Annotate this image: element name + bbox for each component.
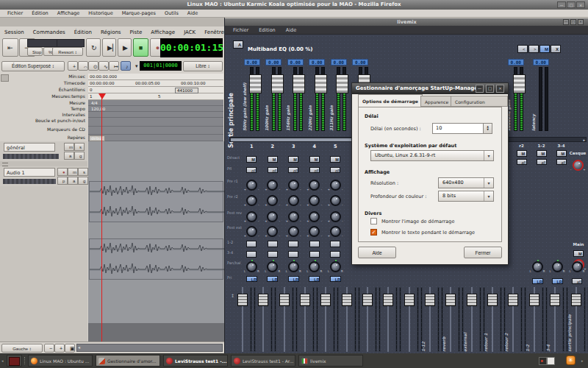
task-button[interactable]: LeviStrauss test1 -... — [163, 355, 228, 367]
eq-slider[interactable] — [293, 67, 304, 131]
task-button[interactable]: livemix — [298, 355, 363, 367]
show-boot-image-checkbox[interactable] — [370, 218, 377, 224]
lr-assign-button[interactable]: LR — [288, 276, 299, 282]
send-knob[interactable]: +– — [267, 226, 278, 237]
latency-value-box[interactable]: 0.00 — [533, 59, 549, 66]
group-afl-button[interactable]: afl — [537, 159, 547, 165]
send-knob[interactable]: +– — [246, 195, 257, 206]
tab-advanced[interactable]: Configuration avancée — [451, 96, 508, 107]
horizontal-scrollbar[interactable]: ◂ — [76, 344, 223, 352]
workspace-2-cell[interactable] — [547, 357, 555, 365]
firefox-menu-item[interactable]: Marque-pages — [118, 10, 160, 16]
firefox-menu-item[interactable]: Fichier — [3, 10, 27, 16]
eq-slider-handle[interactable] — [315, 74, 327, 93]
eq-value-box[interactable]: 0.00 — [508, 59, 524, 66]
play-button[interactable]: ▶ — [118, 38, 132, 57]
close-icon[interactable]: × — [496, 85, 504, 93]
ruler-strip-markers[interactable]: début — [88, 135, 223, 141]
eq-slider[interactable] — [514, 67, 525, 131]
edit-canvas[interactable] — [88, 141, 224, 342]
snap-mode-combo[interactable]: Libre ↕ — [183, 61, 223, 71]
main-mute-button[interactable]: M — [573, 250, 584, 257]
panel-collapse-icon[interactable]: ◂ — [1, 358, 4, 363]
ruler-strip-loop-punch[interactable] — [88, 118, 223, 127]
resolution-combo[interactable]: 640x480 ▾ — [438, 177, 494, 188]
send-knob[interactable]: +– — [288, 195, 299, 206]
nav-x-button[interactable]: X — [551, 45, 561, 53]
fader-handle[interactable] — [258, 294, 268, 306]
ruler-strip-bars[interactable]: 1 5 — [88, 93, 223, 100]
firefox-titlebar[interactable]: Linux MAO : Ubuntu Karmic Koala optimisé… — [0, 0, 588, 10]
eq-slider-handle[interactable] — [513, 74, 526, 93]
send-knob[interactable]: +– — [309, 180, 320, 191]
play-range-button[interactable]: ▶▏ — [102, 38, 116, 57]
nav-m-button[interactable]: M — [539, 45, 550, 53]
fader-handle[interactable] — [362, 294, 373, 306]
minimize-icon[interactable]: — — [476, 85, 484, 93]
send-knob[interactable]: +– — [330, 211, 341, 222]
channel-pfl-button[interactable]: pfl — [309, 167, 320, 173]
tab-appearance[interactable]: Apparence — [420, 96, 453, 107]
fader-handle[interactable] — [342, 294, 352, 306]
stretch-tool-icon[interactable]: ↦ — [109, 61, 119, 71]
pan-knob[interactable]: LR — [552, 261, 563, 272]
bus-a-button[interactable]: a — [64, 152, 74, 160]
nav-prev-button[interactable]: < — [517, 45, 528, 53]
workspace-1-cell[interactable] — [539, 357, 547, 365]
fader-handle[interactable] — [279, 294, 290, 306]
shuttle-display[interactable] — [27, 39, 57, 47]
fader-handle[interactable] — [404, 294, 415, 306]
bus-name-field[interactable]: général — [4, 143, 55, 152]
eq-slider[interactable] — [250, 67, 261, 131]
eq-slider[interactable] — [315, 67, 326, 131]
track-a-button[interactable]: a — [68, 177, 78, 185]
ruler-strip-cd-markers[interactable] — [88, 127, 223, 135]
track-solo-button[interactable]: s — [78, 168, 88, 176]
firefox-menu-item[interactable]: Affichage — [53, 10, 85, 16]
close-icon[interactable]: × — [578, 19, 584, 25]
playhead-marker[interactable] — [98, 93, 106, 99]
group-mute-button[interactable]: M — [517, 150, 527, 157]
fader-handle[interactable] — [445, 294, 456, 306]
send-knob[interactable]: +– — [288, 226, 299, 237]
pan-knob[interactable]: LR — [309, 261, 320, 272]
fader-handle[interactable] — [237, 294, 248, 306]
fader-handle[interactable] — [383, 294, 393, 306]
start-marker[interactable]: début — [89, 135, 105, 141]
send-knob[interactable]: +– — [330, 180, 341, 191]
eq-slider-handle[interactable] — [336, 74, 348, 93]
help-button[interactable]: Aide — [358, 247, 396, 258]
delay-spinbox[interactable]: 10 ▲▼ — [432, 123, 492, 134]
ruler-strip-meter[interactable]: 4/4 — [88, 100, 223, 106]
send-knob[interactable]: +– — [330, 226, 341, 237]
shuttle-mode-combo[interactable]: Ressort ↕ — [52, 47, 83, 56]
nav-next-button[interactable]: > — [528, 45, 539, 53]
lr-assign-button[interactable]: LR — [309, 276, 320, 282]
audio-region[interactable] — [89, 181, 223, 222]
eq-slider[interactable] — [272, 67, 283, 131]
subgroup-button[interactable] — [309, 241, 320, 247]
channel-pfl-button[interactable]: pfl — [330, 167, 340, 173]
livemix-titlebar[interactable]: livemix — [225, 18, 588, 26]
subgroup-button[interactable] — [288, 251, 298, 258]
eq-slider[interactable] — [337, 67, 348, 131]
channel-mute-button[interactable]: M — [330, 156, 340, 163]
bus-solo-button[interactable]: s — [74, 143, 85, 151]
shuttle-display-2[interactable] — [57, 39, 85, 47]
ardour-menu-item[interactable]: Session — [0, 29, 29, 35]
bbt-clock[interactable]: 001|01|0000 — [140, 61, 182, 71]
fader-handle[interactable] — [425, 294, 435, 306]
audio-region[interactable] — [89, 238, 223, 280]
audition-dropdown-icon[interactable]: ▾ — [131, 61, 140, 71]
fader-handle[interactable] — [508, 294, 518, 306]
send-knob[interactable]: +– — [246, 211, 257, 222]
channel-pfl-button[interactable]: pfl — [268, 167, 278, 173]
fader-handle[interactable] — [320, 294, 331, 306]
eq-value-box[interactable]: 0.00 — [331, 59, 347, 66]
window-menu-button[interactable] — [7, 355, 22, 367]
stop-button[interactable]: ■ — [133, 38, 148, 57]
casque-knob[interactable]: –+ — [573, 160, 584, 171]
ruler-strip-minsec[interactable]: 00:00:00.000 — [88, 74, 223, 80]
eq-slider-handle[interactable] — [293, 74, 305, 93]
eq-value-box[interactable]: 0.00 — [287, 59, 304, 66]
